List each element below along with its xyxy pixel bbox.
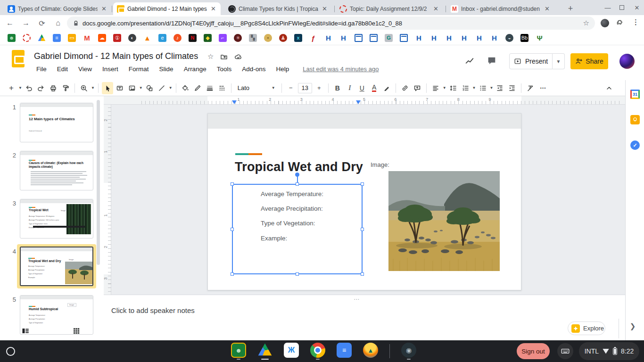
tab-close-icon[interactable]: ✕ — [432, 5, 439, 12]
shelf-mountain-app-icon[interactable]: ▲ — [363, 343, 378, 358]
activity-stats-icon[interactable] — [464, 56, 475, 66]
slide-thumbnail-1[interactable]: 12 Main types of Climates Gabriel Dimond — [20, 103, 93, 142]
bookmark-dashed-circle-icon[interactable] — [23, 34, 31, 42]
bookmark-drive-icon[interactable] — [38, 34, 46, 42]
underline-button[interactable]: U — [356, 82, 368, 94]
resize-handle[interactable] — [231, 228, 234, 231]
slide-thumbnail-4[interactable]: Tropical Wet and Dry Image: Average Temp… — [20, 247, 93, 286]
body-line[interactable]: Average Precipitation: — [261, 205, 323, 212]
menu-file[interactable]: File — [33, 64, 50, 74]
comments-icon[interactable] — [487, 56, 497, 66]
slide-image-label[interactable]: Image: — [371, 161, 389, 168]
print-button[interactable] — [48, 82, 59, 94]
new-tab-button[interactable]: + — [564, 2, 577, 15]
bookmark-hmh-h3-icon[interactable]: H — [415, 34, 423, 42]
window-minimize-icon[interactable]: — — [602, 2, 614, 13]
numbered-list-dropdown-icon[interactable]: ▼ — [472, 86, 476, 90]
bookmark-soundcloud-icon[interactable]: ☁ — [98, 34, 106, 42]
bookmark-doge-icon[interactable]: • — [264, 34, 272, 42]
resize-handle[interactable] — [231, 182, 234, 186]
resize-handle[interactable] — [361, 228, 364, 231]
font-family-select[interactable]: Lato▼ — [235, 82, 278, 94]
menu-format[interactable]: Format — [125, 64, 152, 74]
back-icon[interactable]: ← — [4, 17, 16, 29]
bookmark-x-navy-icon[interactable]: x — [294, 34, 302, 42]
resize-handle[interactable] — [231, 272, 234, 276]
browser-menu-icon[interactable]: ⋮ — [632, 18, 639, 26]
align-button[interactable] — [430, 82, 441, 94]
filmstrip-view-button[interactable] — [20, 325, 31, 337]
decrease-indent-button[interactable] — [494, 82, 505, 94]
bold-button[interactable]: B — [332, 82, 343, 94]
tab-inbox[interactable]: M Inbox - gabriel.dimond@studen ✕ — [447, 2, 554, 15]
slide-thumbnail-2[interactable]: Causes of climate: (Explain how each imp… — [20, 151, 93, 190]
bookmark-edpuzzle-icon[interactable]: e — [158, 34, 166, 42]
bookmark-notify-1-icon[interactable]: ① — [113, 34, 121, 42]
tab-close-icon[interactable]: ✕ — [544, 5, 551, 12]
insert-line-dropdown-icon[interactable]: ▼ — [169, 86, 173, 90]
omnibox[interactable]: docs.google.com/presentation/d/1ZDNojT4E… — [67, 16, 595, 30]
collapse-toolbar-icon[interactable] — [603, 82, 615, 94]
rotation-handle-icon[interactable] — [295, 173, 299, 177]
zoom-dropdown-icon[interactable]: ▼ — [91, 86, 95, 90]
more-options-button[interactable]: ⋯ — [537, 82, 548, 94]
body-line[interactable]: Example: — [261, 235, 287, 242]
highlight-color-button[interactable] — [381, 82, 392, 94]
window-maximize-icon[interactable] — [616, 2, 628, 13]
forward-icon[interactable]: → — [20, 17, 32, 29]
zoom-button[interactable] — [78, 82, 90, 94]
tab-types-of-climate[interactable]: Types of Climate: Google Slides ✕ — [4, 2, 111, 15]
clear-formatting-button[interactable] — [525, 82, 536, 94]
bookmark-f-script-icon[interactable]: ƒ — [309, 34, 317, 42]
star-document-icon[interactable]: ☆ — [207, 52, 214, 61]
indent-marker-right-icon[interactable] — [356, 100, 361, 104]
menu-insert[interactable]: Insert — [99, 64, 122, 74]
bookmark-blackboard-icon[interactable]: Bb — [520, 34, 528, 42]
bulleted-list-dropdown-icon[interactable]: ▼ — [490, 86, 494, 90]
bulleted-list-button[interactable] — [477, 82, 488, 94]
insert-shape-button[interactable] — [144, 82, 155, 94]
filmstrip-scrollbar[interactable] — [97, 100, 100, 265]
resize-handle[interactable] — [296, 272, 299, 276]
font-size-value[interactable]: 13 — [298, 83, 312, 93]
grid-view-button[interactable] — [71, 325, 82, 337]
resize-handle[interactable] — [296, 182, 299, 186]
launcher-icon[interactable] — [6, 347, 15, 356]
select-tool-button[interactable] — [102, 82, 113, 94]
border-weight-button[interactable] — [204, 82, 215, 94]
bookmark-red-figure-icon[interactable]: ♟ — [279, 34, 287, 42]
window-close-icon[interactable]: ✕ — [631, 2, 643, 13]
home-icon[interactable]: ⌂ — [52, 17, 64, 29]
insert-link-button[interactable] — [399, 82, 411, 94]
bookmark-star-icon[interactable]: ☆ — [583, 19, 589, 27]
text-box-button[interactable] — [114, 82, 125, 94]
border-color-button[interactable] — [192, 82, 203, 94]
bookmark-pixel-gray-icon[interactable]: ▚ — [249, 34, 257, 42]
keep-icon[interactable] — [630, 115, 640, 124]
bookmark-docs-icon[interactable]: ≡ — [53, 34, 61, 42]
present-dropdown-icon[interactable]: ▼ — [553, 53, 565, 69]
extension-dark-icon[interactable] — [601, 19, 609, 27]
font-size-increase-button[interactable]: + — [314, 82, 325, 94]
bookmark-win-grid3-icon[interactable] — [400, 34, 408, 42]
menu-view[interactable]: View — [75, 64, 95, 74]
shelf-google-drive-icon[interactable] — [257, 343, 272, 358]
bookmark-win-grid2-icon[interactable] — [370, 34, 378, 42]
slide-title[interactable]: Tropical Wet and Dry — [235, 160, 363, 174]
resize-handle[interactable] — [361, 182, 364, 186]
text-color-button[interactable]: A — [369, 82, 380, 94]
redo-button[interactable] — [35, 82, 47, 94]
bookmark-twitch-icon[interactable]: ⌐ — [219, 34, 227, 42]
numbered-list-button[interactable] — [460, 82, 471, 94]
shelf-google-classroom-icon[interactable]: ☻ — [231, 343, 246, 358]
tasks-icon[interactable]: ✓ — [630, 140, 640, 150]
bookmark-g-square-icon[interactable]: G — [385, 34, 393, 42]
move-folder-icon[interactable] — [220, 53, 228, 61]
fill-color-button[interactable] — [180, 82, 191, 94]
insert-comment-button[interactable] — [412, 82, 423, 94]
bookmark-hmh-h6-icon[interactable]: H — [460, 34, 468, 42]
insert-line-button[interactable] — [156, 82, 167, 94]
google-slides-logo-icon[interactable] — [12, 50, 25, 67]
menu-tools[interactable]: Tools — [214, 64, 235, 74]
resize-handle[interactable] — [361, 272, 364, 276]
